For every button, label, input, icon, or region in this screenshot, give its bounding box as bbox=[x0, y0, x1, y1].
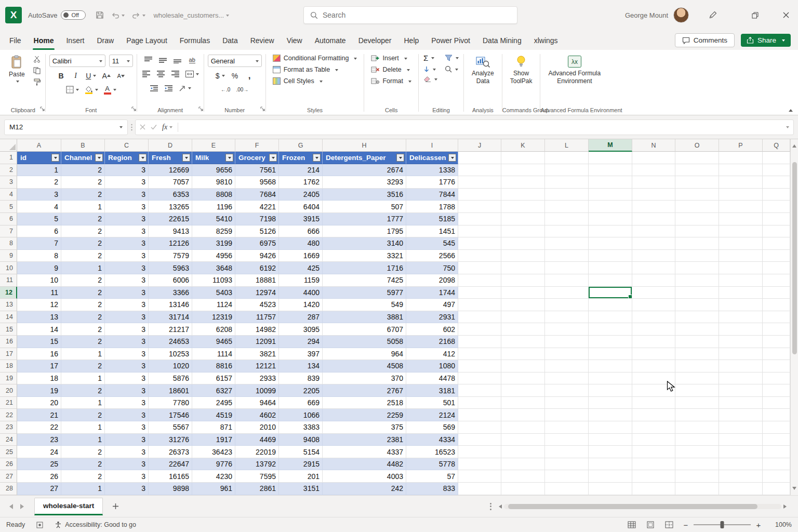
cell-N18[interactable] bbox=[632, 360, 675, 373]
cell-J21[interactable] bbox=[458, 397, 501, 409]
undo-button[interactable] bbox=[109, 9, 127, 21]
cell-H7[interactable]: 1795 bbox=[323, 225, 406, 238]
cell-B4[interactable]: 2 bbox=[61, 189, 105, 201]
cell-H4[interactable]: 3516 bbox=[323, 189, 406, 201]
cell-L6[interactable] bbox=[545, 213, 589, 225]
cell-D4[interactable]: 6353 bbox=[149, 189, 192, 201]
restore-window-button[interactable] bbox=[743, 0, 767, 30]
cell-C17[interactable]: 3 bbox=[105, 348, 149, 361]
cell-G6[interactable]: 3915 bbox=[279, 213, 323, 225]
cell-H18[interactable]: 4508 bbox=[323, 360, 406, 373]
cell-K20[interactable] bbox=[501, 384, 545, 397]
cell-A8[interactable]: 7 bbox=[17, 237, 61, 250]
cell-P5[interactable] bbox=[719, 201, 763, 213]
cell-A10[interactable]: 9 bbox=[17, 262, 61, 274]
row-header-19[interactable]: 19 bbox=[0, 373, 17, 385]
cell-P23[interactable] bbox=[719, 421, 763, 434]
cell-L10[interactable] bbox=[545, 262, 589, 274]
cell-F2[interactable]: 7561 bbox=[235, 164, 279, 177]
cell-N20[interactable] bbox=[632, 384, 675, 397]
cell-D22[interactable]: 17546 bbox=[149, 409, 192, 421]
select-all-corner[interactable] bbox=[0, 139, 17, 152]
cell-L19[interactable] bbox=[545, 373, 589, 385]
cell-A11[interactable]: 10 bbox=[17, 274, 61, 287]
name-box[interactable]: M12 bbox=[4, 119, 128, 135]
cell-N4[interactable] bbox=[632, 189, 675, 201]
cell-Q17[interactable] bbox=[763, 348, 790, 361]
column-header-E[interactable]: E bbox=[192, 139, 235, 152]
cell-I16[interactable]: 2168 bbox=[406, 336, 458, 348]
format-cells-button[interactable]: Format bbox=[368, 76, 415, 86]
filter-button-Grocery[interactable] bbox=[269, 154, 277, 162]
normal-view-button[interactable] bbox=[627, 520, 637, 529]
cell-G25[interactable]: 5154 bbox=[279, 446, 323, 458]
alignment-dialog-launcher[interactable] bbox=[198, 104, 203, 113]
page-break-view-button[interactable] bbox=[664, 520, 674, 529]
cell-P6[interactable] bbox=[719, 213, 763, 225]
pen-tools-button[interactable] bbox=[702, 0, 723, 30]
column-header-H[interactable]: H bbox=[323, 139, 406, 152]
cell-N14[interactable] bbox=[632, 311, 675, 324]
cell-L26[interactable] bbox=[545, 458, 589, 471]
cell-C6[interactable]: 3 bbox=[105, 213, 149, 225]
cell-M9[interactable] bbox=[589, 250, 632, 262]
cell-J20[interactable] bbox=[458, 384, 501, 397]
cell-P8[interactable] bbox=[719, 237, 763, 250]
cell-C16[interactable]: 3 bbox=[105, 336, 149, 348]
cell-E22[interactable]: 4519 bbox=[192, 409, 235, 421]
cell-F26[interactable]: 13792 bbox=[235, 458, 279, 471]
cell-K24[interactable] bbox=[501, 434, 545, 446]
cell-G28[interactable]: 3151 bbox=[279, 483, 323, 495]
collapse-ribbon-button[interactable] bbox=[789, 107, 793, 112]
cell-G2[interactable]: 214 bbox=[279, 164, 323, 177]
cell-E3[interactable]: 9810 bbox=[192, 176, 235, 189]
cell-M7[interactable] bbox=[589, 225, 632, 238]
cell-A9[interactable]: 8 bbox=[17, 250, 61, 262]
cell-P15[interactable] bbox=[719, 323, 763, 336]
cell-E23[interactable]: 871 bbox=[192, 421, 235, 434]
cell-H9[interactable]: 3321 bbox=[323, 250, 406, 262]
cell-M16[interactable] bbox=[589, 336, 632, 348]
cell-M6[interactable] bbox=[589, 213, 632, 225]
cell-C3[interactable]: 3 bbox=[105, 176, 149, 189]
cell-K28[interactable] bbox=[501, 483, 545, 495]
cell-D19[interactable]: 5876 bbox=[149, 373, 192, 385]
cell-M8[interactable] bbox=[589, 237, 632, 250]
cell-C25[interactable]: 3 bbox=[105, 446, 149, 458]
ribbon-tab-file[interactable]: File bbox=[3, 32, 28, 50]
table-header-Milk[interactable]: Milk bbox=[192, 152, 235, 164]
table-header-Delicassen[interactable]: Delicassen bbox=[406, 152, 458, 164]
column-header-F[interactable]: F bbox=[235, 139, 279, 152]
column-header-I[interactable]: I bbox=[406, 139, 458, 152]
cell-C12[interactable]: 3 bbox=[105, 287, 149, 299]
previous-sheet-button[interactable] bbox=[3, 500, 17, 513]
cell-C4[interactable]: 3 bbox=[105, 189, 149, 201]
column-header-O[interactable]: O bbox=[675, 139, 719, 152]
column-header-M[interactable]: M bbox=[589, 139, 632, 152]
cell-P25[interactable] bbox=[719, 446, 763, 458]
cell-J11[interactable] bbox=[458, 274, 501, 287]
cell-B24[interactable]: 1 bbox=[61, 434, 105, 446]
cell-D5[interactable]: 13265 bbox=[149, 201, 192, 213]
cell-C23[interactable]: 3 bbox=[105, 421, 149, 434]
cell-Q15[interactable] bbox=[763, 323, 790, 336]
cell-J19[interactable] bbox=[458, 373, 501, 385]
vertical-scrollbar[interactable] bbox=[790, 139, 798, 495]
cell-G17[interactable]: 397 bbox=[279, 348, 323, 361]
comma-format-button[interactable]: , bbox=[244, 70, 255, 81]
cell-B11[interactable]: 2 bbox=[61, 274, 105, 287]
cell-F8[interactable]: 6975 bbox=[235, 237, 279, 250]
cell-J9[interactable] bbox=[458, 250, 501, 262]
cell-M28[interactable] bbox=[589, 483, 632, 495]
cell-M25[interactable] bbox=[589, 446, 632, 458]
cell-M17[interactable] bbox=[589, 348, 632, 361]
ribbon-tab-power-pivot[interactable]: Power Pivot bbox=[425, 32, 476, 50]
insert-function-button[interactable]: fx bbox=[162, 123, 172, 131]
cell-H3[interactable]: 3293 bbox=[323, 176, 406, 189]
cell-E24[interactable]: 1917 bbox=[192, 434, 235, 446]
fill-color-button[interactable] bbox=[84, 84, 99, 95]
merge-center-button[interactable] bbox=[184, 69, 200, 79]
cell-N25[interactable] bbox=[632, 446, 675, 458]
autosum-button[interactable]: Σ bbox=[422, 53, 438, 63]
row-header-17[interactable]: 17 bbox=[0, 348, 17, 361]
